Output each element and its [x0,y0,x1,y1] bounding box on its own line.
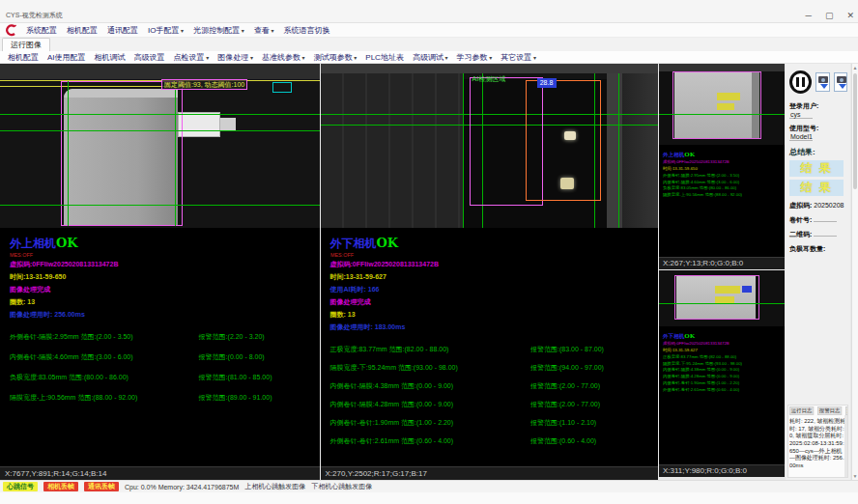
pixel-coordinates-readout: X:267;Y:13;R:0;G:0;B:0 [659,257,785,269]
thumbnail-top-panel: 外上相机OK 虚拟码:0FFIiw2025020813313472B 时间:13… [659,64,785,269]
thumb-top-band [659,64,785,71]
virtual-code-value: 20250208 [814,202,844,209]
measurement-row: 外侧卷针-隔膜:2.95mm 范围:(2.00 - 3.50)报警范围:(2.2… [10,332,310,352]
measure-line-horizontal [0,130,320,131]
menu-light-config[interactable]: 光源控制配置 [193,25,244,36]
log-panel: 运行日志 报警日志 通讯日志 耗时: 222, 皱褶检测耗时: 17, 皱褶分类… [787,405,848,478]
minimize-icon[interactable]: ─ [806,11,812,20]
tab-run-image[interactable]: 运行图像 [2,38,50,51]
tab-comm-log[interactable]: 通讯日志 [845,406,848,415]
measure-line-horizontal [659,114,785,115]
result-indicator-bottom: 结 果 [789,180,844,196]
measurement-row: 隔膜宽度-下:95.24mm 范围:(93.00 - 98.00)报警范围:(9… [330,363,648,381]
process-time: 图像处理用时: 183.00ms [330,321,648,333]
thumbnail-bottom-image[interactable] [659,270,785,326]
needle-number-field[interactable] [814,221,837,222]
login-user-field[interactable]: cys [789,111,813,119]
model-field[interactable]: Model1 [789,133,813,141]
thumbnail-top-image[interactable] [659,64,785,145]
menu-language-switch[interactable]: 系统语言切换 [284,25,330,36]
roi-rect-orange [526,80,601,201]
scrollbar-thumb[interactable] [853,73,857,189]
ai-time: 使用AI耗时: 166 [330,283,648,295]
upper-camera-trigger-status[interactable]: 上相机心跳触发图像 [244,482,305,491]
lower-camera-trigger-status[interactable]: 下相机心跳触发图像 [311,482,372,491]
main-area: 固定阈值:93, 动态阈值:100 外上相机OK MES:OFF 虚拟码:0FF… [0,64,858,480]
process-time: 图像处理用时: 256.00ms [10,308,310,321]
tool-test-params[interactable]: 测试项参数 [314,52,358,63]
window-title: CYS-视觉检测系统 [6,11,63,20]
qr-code-row: 二维码: [789,230,847,239]
roi-rect-cyan [272,82,292,93]
tab-alarm-log[interactable]: 报警日志 [817,406,842,415]
tool-plc-address[interactable]: PLC地址表 [365,52,404,63]
app-logo-icon [4,24,16,37]
camera-switch-icon[interactable] [834,72,847,92]
machinery-structure [321,73,463,228]
camera-capture-icon[interactable] [815,72,829,92]
tool-spot-check[interactable]: 点检设置 [174,52,210,63]
tool-advanced-debug[interactable]: 高级调试 [413,52,448,63]
thumbnail-bottom-panel: 外下相机OK 虚拟码:0FFIiw2025020813313472B 时间:13… [659,270,785,477]
tool-other-settings[interactable]: 其它设置 [500,52,536,63]
window-scrollbar[interactable]: ▲ ▼ [851,64,858,480]
menu-comm-config[interactable]: 通讯配置 [107,25,138,36]
result-indicator-top: 结 果 [789,160,844,177]
tool-ai-config[interactable]: AI使用配置 [47,52,86,63]
capture-time: 时间:13-31-59-627 [330,270,648,283]
yellow-overlay-tag [715,286,740,294]
log-scrollbar[interactable] [844,415,847,477]
scroll-up-icon[interactable]: ▲ [852,65,858,70]
menu-view[interactable]: 查看 [254,25,274,36]
app-window: CYS-视觉检测系统 ─ ▢ ✕ 系统配置 相机配置 通讯配置 IO手配置 光源… [0,0,858,504]
pixel-coordinates-readout: X:270,Y:2502;R:17;G:17;B:17 [321,466,658,480]
log-text: 耗时: 222, 皱褶检测耗时: 17, 皱褶分类耗时: 0, 皱褶提取分层耗时… [789,417,846,469]
tool-learn-params[interactable]: 学习参数 [457,52,493,63]
loop-count: 圈数: 13 [10,295,310,308]
measurement-row: 内侧卷针-隔膜:4.38mm 范围:(0.00 - 9.00)报警范围:(2.0… [330,381,648,400]
status-bar: 心跳信号 相机丢帧 通讯丢帧 Cpu: 0.0% Memory: 3424.41… [0,480,858,492]
sidebar-actions [789,68,847,97]
close-icon[interactable]: ✕ [846,11,854,20]
window-bottom-edge [0,492,858,504]
measure-line-horizontal [659,303,785,304]
qr-code-field[interactable] [814,236,837,237]
total-result-label: 总结果: [789,147,847,157]
left-result-text: 外上相机OK MES:OFF 虚拟码:0FFIiw202502081331347… [0,228,320,466]
tool-image-processing[interactable]: 图像处理 [217,52,253,63]
measurement-row: 隔膜宽度-上:90.56mm 范围:(88.00 - 92.00)报警范围:(8… [10,393,310,413]
yellow-overlay-tag [717,93,740,100]
left-camera-image[interactable]: 固定阈值:93, 动态阈值:100 [0,64,320,228]
virtual-code: 虚拟码:0FFIiw2025020813313472B [330,258,648,270]
pause-button[interactable] [789,70,812,94]
measure-line-vertical [618,73,619,228]
tool-advanced-settings[interactable]: 高级设置 [134,52,165,63]
menu-camera-config[interactable]: 相机配置 [67,25,98,36]
tool-baseline-params[interactable]: 基准线参数 [262,52,305,63]
mes-status: MES:OFF [330,252,617,257]
camera-name: 外上相机 [10,237,56,250]
left-image-top-band [0,64,320,79]
measure-line-horizontal [0,205,320,206]
measurement-row: 内侧卷针-隔膜:4.28mm 范围:(0.00 - 9.00)报警范围:(2.0… [330,400,648,418]
camera-name: 外下相机 [330,237,377,250]
mes-status: MES:OFF [10,252,279,257]
tab-run-log[interactable]: 运行日志 [789,406,814,415]
camera-dropframe-badge: 相机丢帧 [43,482,78,491]
measurement-row: 外侧卷针-卷针:2.61mm 范围:(0.60 - 4.00)报警范围:(0.6… [330,436,648,455]
tool-camera-debug[interactable]: 相机调试 [95,52,126,63]
ai-region-label: AI检测区域 [472,74,506,84]
scroll-down-icon[interactable]: ▼ [852,473,858,479]
loop-count: 圈数: 13 [330,308,648,321]
menu-io-config[interactable]: IO手配置 [148,25,184,36]
tool-camera-config[interactable]: 相机配置 [8,52,39,63]
heartbeat-badge: 心跳信号 [3,482,38,491]
cpu-memory-readout: Cpu: 0.0% Memory: 3424.41796875M [125,484,239,490]
status-ok: OK [56,236,78,250]
status-ok: OK [377,236,399,250]
measurement-rows: 外侧卷针-隔膜:2.95mm 范围:(2.00 - 3.50)报警范围:(2.2… [10,332,310,413]
model-row: 使用型号: Model1 [789,124,847,141]
menu-system-config[interactable]: 系统配置 [26,25,57,36]
maximize-icon[interactable]: ▢ [825,11,834,20]
middle-camera-image[interactable]: 28.8 AI检测区域 [321,64,658,228]
